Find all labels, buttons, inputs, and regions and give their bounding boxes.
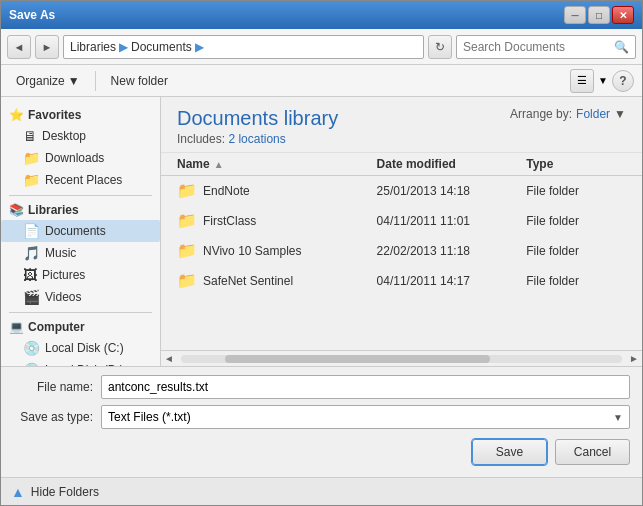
sidebar-item-desktop[interactable]: 🖥 Desktop [1, 125, 160, 147]
view-button[interactable]: ☰ [570, 69, 594, 93]
favorites-icon: ⭐ [9, 108, 24, 122]
filename-input[interactable] [108, 380, 623, 394]
file-type: File folder [526, 184, 626, 198]
sidebar-item-local-disk2[interactable]: 💿 Local Disk (D:) [1, 359, 160, 366]
file-list: 📁 EndNote 25/01/2013 14:18 File folder 📁… [161, 176, 642, 350]
sidebar-item-label: Documents [45, 224, 106, 238]
file-name-cell: 📁 FirstClass [177, 211, 377, 230]
pictures-icon: 🖼 [23, 267, 37, 283]
breadcrumb-libraries[interactable]: Libraries [70, 40, 116, 54]
favorites-label: Favorites [28, 108, 81, 122]
sidebar-item-local-disk[interactable]: 💿 Local Disk (C:) [1, 337, 160, 359]
file-type: File folder [526, 244, 626, 258]
col-header-date[interactable]: Date modified [377, 157, 527, 171]
arrange-arrow-icon: ▼ [614, 107, 626, 121]
cancel-button[interactable]: Cancel [555, 439, 630, 465]
help-button[interactable]: ? [612, 70, 634, 92]
filename-label: File name: [13, 380, 93, 394]
scroll-thumb[interactable] [225, 355, 490, 363]
minimize-button[interactable]: ─ [564, 6, 586, 24]
computer-section: 💻 Computer 💿 Local Disk (C:) 💿 Local Dis… [1, 317, 160, 366]
sidebar-divider-1 [9, 195, 152, 196]
view-icon: ☰ [577, 74, 587, 87]
sidebar-item-label: Pictures [42, 268, 85, 282]
arrange-label: Arrange by: [510, 107, 572, 121]
documents-icon: 📄 [23, 223, 40, 239]
search-input[interactable] [463, 40, 610, 54]
folder-icon: 📁 [177, 181, 197, 200]
close-button[interactable]: ✕ [612, 6, 634, 24]
recent-icon: 📁 [23, 172, 40, 188]
file-date: 04/11/2011 14:17 [377, 274, 527, 288]
sidebar-item-pictures[interactable]: 🖼 Pictures [1, 264, 160, 286]
main-area: ⭐ Favorites 🖥 Desktop 📁 Downloads 📁 Rece… [1, 97, 642, 366]
sidebar-item-label: Music [45, 246, 76, 260]
desktop-icon: 🖥 [23, 128, 37, 144]
sidebar-item-documents[interactable]: 📄 Documents [1, 220, 160, 242]
view-arrow-icon: ▼ [598, 75, 608, 86]
file-name: NVivo 10 Samples [203, 244, 302, 258]
library-header: Documents library Includes: 2 locations … [161, 97, 642, 153]
title-bar: Save As ─ □ ✕ [1, 1, 642, 29]
new-folder-button[interactable]: New folder [104, 70, 175, 92]
file-date: 25/01/2013 14:18 [377, 184, 527, 198]
file-name-cell: 📁 EndNote [177, 181, 377, 200]
computer-header[interactable]: 💻 Computer [1, 317, 160, 337]
folder-icon: 📁 [177, 211, 197, 230]
window-title: Save As [9, 8, 55, 22]
title-bar-controls: ─ □ ✕ [564, 6, 634, 24]
file-type: File folder [526, 274, 626, 288]
new-folder-label: New folder [111, 74, 168, 88]
organize-button[interactable]: Organize ▼ [9, 70, 87, 92]
sidebar: ⭐ Favorites 🖥 Desktop 📁 Downloads 📁 Rece… [1, 97, 161, 366]
file-list-container: Name ▲ Date modified Type 📁 EndNote [161, 153, 642, 366]
toolbar-right: ☰ ▼ ? [570, 69, 634, 93]
save-button[interactable]: Save [472, 439, 547, 465]
forward-button[interactable]: ► [35, 35, 59, 59]
filename-row: File name: [13, 375, 630, 399]
computer-label: Computer [28, 320, 85, 334]
file-list-header: Name ▲ Date modified Type [161, 153, 642, 176]
scroll-right-button[interactable]: ► [626, 351, 642, 367]
sidebar-item-videos[interactable]: 🎬 Videos [1, 286, 160, 308]
filetype-select[interactable]: Text Files (*.txt) ▼ [101, 405, 630, 429]
maximize-button[interactable]: □ [588, 6, 610, 24]
breadcrumb[interactable]: Libraries ▶ Documents ▶ [63, 35, 424, 59]
favorites-section: ⭐ Favorites 🖥 Desktop 📁 Downloads 📁 Rece… [1, 105, 160, 191]
col-header-name[interactable]: Name ▲ [177, 157, 377, 171]
filename-input-wrapper[interactable] [101, 375, 630, 399]
hide-folders-button[interactable]: ▲ Hide Folders [1, 477, 642, 505]
scroll-left-button[interactable]: ◄ [161, 351, 177, 367]
sidebar-item-recent[interactable]: 📁 Recent Places [1, 169, 160, 191]
table-row[interactable]: 📁 FirstClass 04/11/2011 11:01 File folde… [161, 206, 642, 236]
sidebar-item-downloads[interactable]: 📁 Downloads [1, 147, 160, 169]
file-name: EndNote [203, 184, 250, 198]
libraries-section: 📚 Libraries 📄 Documents 🎵 Music 🖼 Pictur… [1, 200, 160, 308]
content-area: Documents library Includes: 2 locations … [161, 97, 642, 366]
col-header-type[interactable]: Type [526, 157, 626, 171]
refresh-button[interactable]: ↻ [428, 35, 452, 59]
table-row[interactable]: 📁 SafeNet Sentinel 04/11/2011 14:17 File… [161, 266, 642, 296]
folder-icon: 📁 [177, 241, 197, 260]
music-icon: 🎵 [23, 245, 40, 261]
arrange-value[interactable]: Folder [576, 107, 610, 121]
table-row[interactable]: 📁 EndNote 25/01/2013 14:18 File folder [161, 176, 642, 206]
breadcrumb-documents[interactable]: Documents [131, 40, 192, 54]
save-as-dialog: Save As ─ □ ✕ ◄ ► Libraries ▶ Documents … [0, 0, 643, 506]
back-button[interactable]: ◄ [7, 35, 31, 59]
library-locations-link[interactable]: 2 locations [228, 132, 285, 146]
breadcrumb-end-arrow: ▶ [195, 40, 204, 54]
library-info: Documents library Includes: 2 locations [177, 107, 338, 146]
sidebar-divider-2 [9, 312, 152, 313]
local-disk-icon: 💿 [23, 340, 40, 356]
file-name: SafeNet Sentinel [203, 274, 293, 288]
search-box[interactable]: 🔍 [456, 35, 636, 59]
toolbar: Organize ▼ New folder ☰ ▼ ? [1, 65, 642, 97]
favorites-header[interactable]: ⭐ Favorites [1, 105, 160, 125]
table-row[interactable]: 📁 NVivo 10 Samples 22/02/2013 11:18 File… [161, 236, 642, 266]
file-name: FirstClass [203, 214, 256, 228]
libraries-header[interactable]: 📚 Libraries [1, 200, 160, 220]
scroll-track[interactable] [181, 355, 622, 363]
sidebar-item-music[interactable]: 🎵 Music [1, 242, 160, 264]
horizontal-scrollbar[interactable]: ◄ ► [161, 350, 642, 366]
